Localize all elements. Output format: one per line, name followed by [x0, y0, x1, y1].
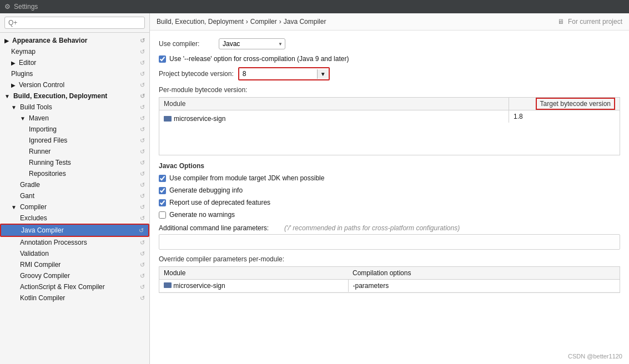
expand-icon: ▼: [11, 104, 17, 110]
release-option-label: Use '--release' option for cross-compila…: [169, 55, 349, 63]
sidebar: ▶ Appearance & Behavior ↺ Keymap ↺ ▶ Edi…: [0, 13, 150, 364]
sidebar-item-repositories[interactable]: Repositories ↺: [0, 168, 149, 179]
sidebar-item-version-control[interactable]: ▶ Version Control ↺: [0, 79, 149, 90]
reset-icon: ↺: [140, 70, 145, 78]
sidebar-item-label: Editor: [19, 59, 36, 67]
target-bytecode-header: Target bytecode version: [536, 98, 615, 110]
sidebar-item-editor[interactable]: ▶ Editor ↺: [0, 57, 149, 68]
sidebar-item-keymap[interactable]: Keymap ↺: [0, 46, 149, 57]
sidebar-item-label: Java Compiler: [21, 226, 64, 234]
sidebar-item-label: Ignored Files: [29, 136, 67, 144]
reset-icon: ↺: [140, 204, 145, 211]
per-module-label: Per-module bytecode version:: [159, 86, 620, 94]
sidebar-item-importing[interactable]: Importing ↺: [0, 124, 149, 135]
javac-option-0: Use compiler from module target JDK when…: [159, 174, 620, 182]
sidebar-item-actionscript[interactable]: ActionScript & Flex Compiler ↺: [0, 281, 149, 292]
reset-icon: ↺: [140, 137, 145, 144]
override-table-header-row: Module Compilation options: [159, 267, 620, 280]
expand-icon: ▶: [11, 82, 16, 88]
reset-icon: ↺: [140, 239, 145, 246]
override-label: Override compiler parameters per-module:: [159, 255, 620, 263]
reset-icon: ↺: [140, 295, 145, 302]
javac-option-1: Generate debugging info: [159, 186, 620, 194]
javac-option-checkbox-1[interactable]: [159, 187, 166, 194]
reset-icon: ↺: [140, 250, 145, 257]
use-compiler-label: Use compiler:: [159, 40, 214, 48]
bytecode-version-row: Project bytecode version: ▼: [159, 67, 620, 80]
title-bar-text: Settings: [14, 3, 38, 11]
sidebar-item-label: Repositories: [29, 170, 66, 178]
javac-options-heading: Javac Options: [159, 162, 620, 170]
sidebar-item-excludes[interactable]: Excludes ↺: [0, 213, 149, 224]
sidebar-item-maven[interactable]: ▼ Maven ↺: [0, 113, 149, 124]
sidebar-item-validation[interactable]: Validation ↺: [0, 248, 149, 259]
override-module-header: Module: [159, 267, 348, 280]
override-table-container: Module Compilation options microservice-…: [159, 266, 620, 293]
expand-icon: ▼: [4, 93, 10, 99]
target-col-header: Target bytecode version: [509, 98, 620, 110]
override-compilation-options: -parameters: [348, 280, 620, 292]
module-col-header: Module: [159, 98, 509, 110]
sidebar-item-label: Validation: [20, 250, 49, 257]
bytecode-dropdown-btn[interactable]: ▼: [317, 69, 329, 79]
module-table: Module Target bytecode version microserv…: [159, 97, 620, 155]
sidebar-item-label: Excludes: [20, 214, 47, 222]
compiler-select[interactable]: Javac Eclipse Ajc: [219, 38, 285, 49]
content-area: Build, Execution, Deployment › Compiler …: [150, 13, 629, 364]
search-input[interactable]: [4, 17, 145, 29]
breadcrumb-sep2: ›: [279, 18, 281, 26]
sidebar-item-groovy-compiler[interactable]: Groovy Compiler ↺: [0, 270, 149, 281]
breadcrumb-sep1: ›: [246, 18, 248, 26]
sidebar-item-label: Compiler: [20, 203, 47, 211]
sidebar-item-rmi-compiler[interactable]: RMI Compiler ↺: [0, 259, 149, 270]
sidebar-item-label: Build Tools: [20, 103, 52, 111]
sidebar-item-gradle[interactable]: Gradle ↺: [0, 179, 149, 190]
target-version-value: 1.8: [514, 113, 523, 120]
reset-icon: ↺: [140, 284, 145, 291]
reset-icon: ↺: [140, 261, 145, 269]
reset-icon: ↺: [140, 215, 145, 222]
module-name: microservice-sign: [174, 115, 225, 123]
additional-params-input[interactable]: [159, 234, 620, 250]
use-compiler-row: Use compiler: Javac Eclipse Ajc: [159, 38, 620, 49]
reset-icon: ↺: [139, 227, 144, 234]
sidebar-item-label: Version Control: [19, 81, 64, 89]
reset-icon: ↺: [140, 170, 145, 178]
reset-icon: ↺: [140, 159, 145, 166]
sidebar-item-running-tests[interactable]: Running Tests ↺: [0, 157, 149, 168]
javac-option-checkbox-3[interactable]: [159, 211, 166, 219]
sidebar-item-label: Gant: [20, 192, 34, 200]
module-name-cell: microservice-sign: [159, 113, 509, 125]
sidebar-item-java-compiler[interactable]: Java Compiler ↺: [0, 224, 149, 237]
override-table: Module Compilation options microservice-…: [159, 267, 620, 292]
javac-option-checkbox-0[interactable]: [159, 175, 166, 182]
bytecode-version-input[interactable]: [239, 68, 317, 79]
sidebar-item-ignored-files[interactable]: Ignored Files ↺: [0, 135, 149, 146]
sidebar-item-label: Running Tests: [29, 159, 71, 166]
sidebar-item-label: Kotlin Compiler: [20, 294, 65, 302]
javac-option-checkbox-2[interactable]: [159, 199, 166, 206]
sidebar-item-compiler[interactable]: ▼ Compiler ↺: [0, 201, 149, 213]
sidebar-item-annotation-processors[interactable]: Annotation Processors ↺: [0, 237, 149, 248]
sidebar-item-plugins[interactable]: Plugins ↺: [0, 68, 149, 79]
sidebar-item-appearance[interactable]: ▶ Appearance & Behavior ↺: [0, 35, 149, 46]
sidebar-item-label: Gradle: [20, 181, 40, 189]
bytecode-input-wrapper: ▼: [238, 67, 330, 80]
reset-icon: ↺: [140, 272, 145, 280]
title-bar: ⚙ Settings: [0, 0, 629, 13]
breadcrumb-part3: Java Compiler: [284, 18, 326, 26]
sidebar-item-gant[interactable]: Gant ↺: [0, 190, 149, 201]
javac-option-2: Report use of deprecated features: [159, 199, 620, 206]
search-box: [0, 13, 149, 33]
sidebar-tree: ▶ Appearance & Behavior ↺ Keymap ↺ ▶ Edi…: [0, 33, 149, 364]
sidebar-item-build-tools[interactable]: ▼ Build Tools ↺: [0, 102, 149, 113]
sidebar-item-runner[interactable]: Runner ↺: [0, 146, 149, 157]
sidebar-item-build-exec[interactable]: ▼ Build, Execution, Deployment ↺: [0, 90, 149, 102]
sidebar-item-label: RMI Compiler: [20, 261, 61, 269]
reset-icon: ↺: [140, 37, 145, 44]
bytecode-version-label: Project bytecode version:: [159, 70, 234, 78]
sidebar-item-label: ActionScript & Flex Compiler: [20, 283, 105, 291]
sidebar-item-kotlin-compiler[interactable]: Kotlin Compiler ↺: [0, 292, 149, 304]
javac-option-label-0: Use compiler from module target JDK when…: [169, 174, 324, 182]
release-option-checkbox[interactable]: [159, 55, 166, 63]
